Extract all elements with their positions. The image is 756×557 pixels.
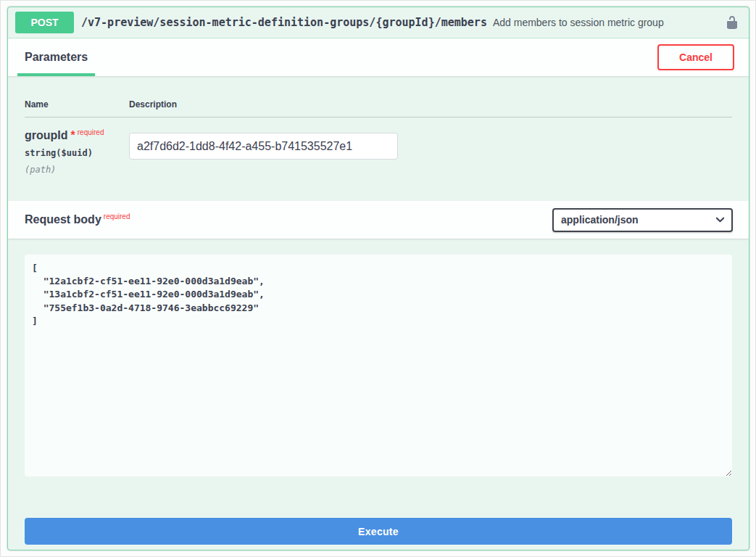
parameter-location: (path) bbox=[25, 165, 129, 175]
parameter-name-text: groupId bbox=[25, 129, 68, 141]
content-type-select[interactable]: application/json bbox=[552, 208, 733, 232]
required-label: required bbox=[78, 128, 104, 136]
request-body-area: [ "12a1cbf2-cf51-ee11-92e0-000d3a1d9eab"… bbox=[8, 239, 749, 479]
parameter-name-cell: groupId*required string($uuid) (path) bbox=[25, 129, 129, 175]
authorization-button[interactable] bbox=[723, 13, 742, 32]
request-body-editor[interactable]: [ "12a1cbf2-cf51-ee11-92e0-000d3a1d9eab"… bbox=[25, 255, 732, 476]
tab-parameters[interactable]: Parameters bbox=[17, 38, 95, 76]
parameter-row-groupid: groupId*required string($uuid) (path) bbox=[25, 117, 732, 175]
parameters-title: Parameters bbox=[25, 51, 88, 64]
execute-area: Execute bbox=[8, 479, 749, 545]
groupid-input[interactable] bbox=[129, 133, 398, 160]
column-header-description: Description bbox=[129, 99, 732, 110]
parameter-type: string($uuid) bbox=[25, 148, 129, 158]
request-body-section-header: Request bodyrequired application/json bbox=[8, 201, 749, 239]
unlocked-padlock-icon bbox=[725, 15, 739, 30]
http-method-badge: POST bbox=[15, 12, 74, 33]
execute-button[interactable]: Execute bbox=[25, 518, 732, 545]
required-asterisk: * bbox=[71, 129, 75, 141]
parameters-section-header: Parameters Cancel bbox=[8, 38, 749, 76]
cancel-button[interactable]: Cancel bbox=[657, 44, 734, 70]
swagger-page: { "endpoint": { "method": "POST", "path"… bbox=[0, 0, 756, 557]
request-body-title: Request bodyrequired bbox=[25, 213, 130, 226]
parameters-table-header: Name Description bbox=[25, 99, 732, 117]
parameters-table: Name Description groupId*required string… bbox=[8, 76, 749, 201]
parameter-name: groupId*required bbox=[25, 129, 129, 142]
request-body-title-text: Request body bbox=[25, 213, 101, 226]
endpoint-summary-text: Add members to session metric group bbox=[493, 17, 664, 28]
operation-block-post: POST /v7-preview/session-metric-definiti… bbox=[7, 7, 749, 550]
content-type-control: application/json bbox=[552, 208, 733, 232]
column-header-name: Name bbox=[25, 99, 129, 110]
request-body-required-label: required bbox=[104, 213, 130, 220]
parameter-value-cell bbox=[129, 129, 732, 175]
endpoint-path: /v7-preview/session-metric-definition-gr… bbox=[81, 16, 487, 29]
operation-summary-bar[interactable]: POST /v7-preview/session-metric-definiti… bbox=[8, 7, 749, 38]
